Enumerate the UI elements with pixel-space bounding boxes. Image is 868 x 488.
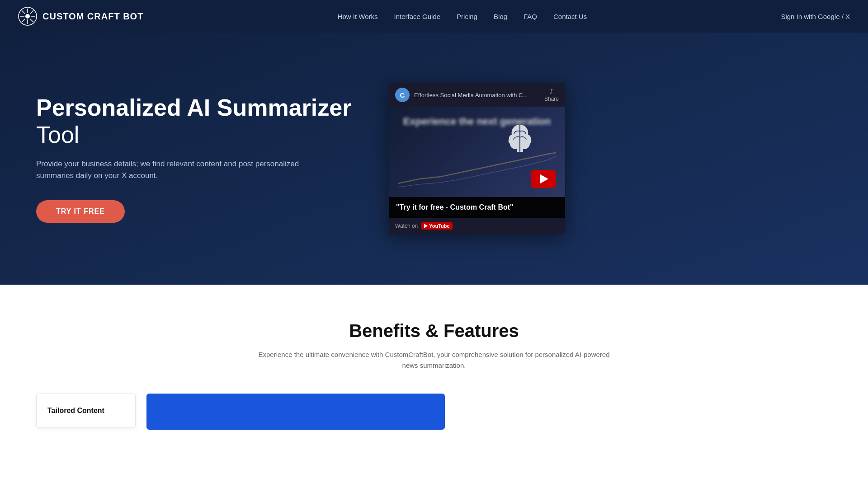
watch-on-text: Watch on bbox=[395, 223, 418, 229]
benefit-card-blue bbox=[146, 394, 445, 430]
navbar-links: How It Works Interface Guide Pricing Blo… bbox=[338, 13, 587, 20]
hero-title-bold: Personalized AI Summarizer bbox=[36, 94, 351, 121]
svg-line-9 bbox=[22, 19, 25, 22]
nav-faq[interactable]: FAQ bbox=[524, 13, 537, 20]
svg-line-6 bbox=[22, 10, 25, 14]
benefits-section: Benefits & Features Experience the ultim… bbox=[0, 285, 868, 488]
navbar: CUSTOM CRAFT BOT How It Works Interface … bbox=[0, 0, 868, 33]
svg-line-8 bbox=[30, 10, 33, 14]
svg-point-1 bbox=[25, 14, 30, 19]
try-it-free-button[interactable]: TRY IT FREE bbox=[36, 200, 125, 223]
nav-pricing[interactable]: Pricing bbox=[457, 13, 477, 20]
share-label: Share bbox=[544, 96, 559, 102]
video-bottombar: Watch on YouTube bbox=[389, 218, 565, 234]
brand-name: CUSTOM CRAFT BOT bbox=[42, 11, 143, 22]
youtube-play-icon bbox=[424, 224, 428, 228]
benefit-card-tailored-title: Tailored Content bbox=[47, 407, 124, 415]
brand-logo-icon bbox=[18, 7, 37, 26]
share-icon: ⤴ bbox=[550, 88, 553, 95]
benefits-subtitle: Experience the ultimate convenience with… bbox=[253, 349, 615, 371]
share-button[interactable]: ⤴ Share bbox=[544, 88, 559, 102]
hero-section: Personalized AI Summarizer Tool Provide … bbox=[0, 0, 868, 285]
video-title: Effortless Social Media Automation with … bbox=[414, 92, 540, 99]
video-caption: "Try it for free - Custom Craft Bot" bbox=[389, 197, 565, 218]
video-card: C Effortless Social Media Automation wit… bbox=[389, 83, 565, 234]
hero-title: Personalized AI Summarizer Tool bbox=[36, 94, 353, 149]
channel-icon: C bbox=[395, 88, 410, 102]
benefits-grid: Tailored Content bbox=[36, 394, 832, 430]
hero-content: Personalized AI Summarizer Tool Provide … bbox=[36, 67, 353, 250]
play-button[interactable] bbox=[531, 170, 556, 188]
svg-line-7 bbox=[30, 19, 33, 22]
video-topbar: C Effortless Social Media Automation wit… bbox=[389, 83, 565, 107]
benefits-title: Benefits & Features bbox=[36, 321, 832, 341]
youtube-logo[interactable]: YouTube bbox=[421, 222, 452, 230]
sign-in-link[interactable]: Sign In with Google / X bbox=[781, 13, 850, 20]
play-triangle-icon bbox=[540, 174, 548, 183]
video-thumbnail[interactable]: Experience the next generation bbox=[389, 107, 565, 197]
nav-interface-guide[interactable]: Interface Guide bbox=[394, 13, 441, 20]
hero-subtitle: Provide your business details; we find r… bbox=[36, 158, 307, 181]
navbar-brand: CUSTOM CRAFT BOT bbox=[18, 7, 143, 26]
nav-blog[interactable]: Blog bbox=[494, 13, 507, 20]
hero-title-normal: Tool bbox=[36, 122, 79, 148]
video-card-area: C Effortless Social Media Automation wit… bbox=[389, 83, 565, 234]
nav-how-it-works[interactable]: How It Works bbox=[338, 13, 378, 20]
benefit-card-tailored: Tailored Content bbox=[36, 394, 136, 428]
nav-contact-us[interactable]: Contact Us bbox=[553, 13, 587, 20]
youtube-label: YouTube bbox=[429, 223, 449, 229]
